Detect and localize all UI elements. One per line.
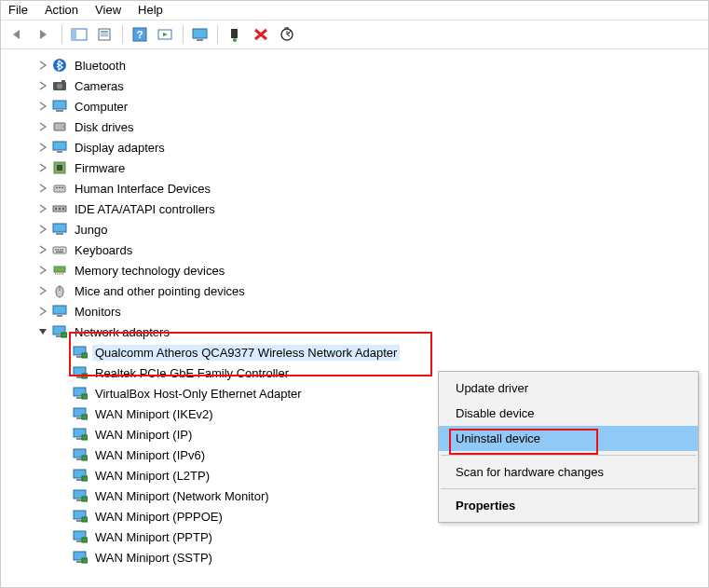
svg-rect-44 [55,272,56,275]
menu-view[interactable]: View [95,3,121,17]
category-jungo[interactable]: Jungo [7,219,708,239]
hid-icon [51,181,68,196]
expand-icon[interactable] [36,264,49,277]
tree-item-label: WAN Miniport (PPPOE) [92,509,225,525]
svg-rect-35 [53,224,66,232]
category-monitors[interactable]: Monitors [7,301,708,321]
category-firmware[interactable]: Firmware [7,157,708,178]
expand-icon[interactable] [36,202,49,215]
category-disk-drives[interactable]: Disk drives [7,116,708,137]
svg-rect-70 [82,435,88,440]
context-update-driver[interactable]: Update driver [439,376,698,401]
expander-spacer [57,387,70,400]
expander-spacer [57,448,70,461]
expander-spacer [57,489,70,502]
svg-rect-51 [53,306,66,314]
properties-button[interactable] [93,23,117,46]
show-hide-tree-button[interactable] [67,23,91,46]
back-arrow-icon [10,28,27,41]
context-properties[interactable]: Properties [439,493,698,518]
tree-item-label: Computer [72,99,130,115]
context-scan-hardware[interactable]: Scan for hardware changes [439,459,698,485]
device-item[interactable]: Qualcomm Atheros QCA9377 Wireless Networ… [7,342,708,362]
toolbar-separator [217,25,218,44]
bluetooth-icon [51,58,68,73]
context-uninstall-device[interactable]: Uninstall device [439,426,698,451]
device-item[interactable]: WAN Miniport (PPTP) [7,526,708,547]
context-separator [441,455,696,456]
svg-rect-28 [56,187,58,188]
category-computer[interactable]: Computer [7,96,708,116]
expand-icon[interactable] [36,141,49,154]
svg-rect-10 [197,39,203,41]
context-separator [441,488,696,489]
install-legacy-button[interactable] [223,23,247,46]
collapse-icon[interactable] [36,325,49,338]
svg-point-17 [57,84,62,89]
monitor-button[interactable] [188,23,212,46]
tree-item-label: Monitors [72,304,124,320]
tree-item-label: Firmware [72,160,128,176]
svg-rect-52 [57,315,62,317]
expand-icon[interactable] [36,223,49,236]
back-button[interactable] [7,23,31,46]
tree-item-label: Qualcomm Atheros QCA9377 Wireless Networ… [92,345,400,361]
network-icon [51,324,68,339]
expand-icon[interactable] [36,100,49,113]
tree-item-label: Mice and other pointing devices [72,283,248,299]
category-display-adapters[interactable]: Display adapters [7,137,708,157]
menu-action[interactable]: Action [45,3,78,17]
category-cameras[interactable]: Cameras [7,75,708,96]
tree-item-label: Display adapters [72,140,168,156]
context-disable-device[interactable]: Disable device [439,401,698,426]
svg-rect-38 [55,249,57,251]
svg-rect-11 [231,29,238,38]
svg-point-22 [62,126,64,128]
svg-rect-20 [56,110,63,112]
uninstall-button[interactable] [249,23,273,46]
device-item[interactable]: WAN Miniport (SSTP) [7,547,708,567]
svg-rect-61 [82,374,88,378]
expand-icon[interactable] [36,161,49,174]
svg-rect-82 [82,517,88,522]
category-keyboards[interactable]: Keyboards [7,239,708,260]
expand-icon[interactable] [36,120,49,133]
network-icon [72,406,89,421]
expand-icon[interactable] [36,284,49,297]
expand-icon[interactable] [36,243,49,256]
svg-rect-43 [54,267,65,272]
category-ide-ata-atapi-controllers[interactable]: IDE ATA/ATAPI controllers [7,198,708,219]
expander-spacer [57,469,70,482]
display-icon [51,140,68,155]
expand-icon[interactable] [36,79,49,92]
svg-rect-40 [60,249,61,251]
expand-icon[interactable] [36,305,49,318]
svg-rect-36 [56,233,63,235]
svg-rect-85 [82,538,88,542]
category-memory-technology-devices[interactable]: Memory technology devices [7,260,708,280]
svg-point-12 [233,38,237,42]
computer-icon [51,222,68,237]
action-button[interactable] [154,23,178,46]
expand-icon[interactable] [36,59,49,72]
help-button[interactable]: ? [128,23,152,46]
svg-rect-46 [59,272,60,275]
network-icon [72,427,89,442]
tree-item-label: WAN Miniport (IKEv2) [92,406,216,422]
category-bluetooth[interactable]: Bluetooth [7,55,708,75]
svg-rect-5 [101,35,108,36]
category-network-adapters[interactable]: Network adapters [7,321,708,342]
menu-file[interactable]: File [8,3,28,17]
category-mice-and-other-pointing-devices[interactable]: Mice and other pointing devices [7,280,708,301]
menubar: File Action View Help [1,1,708,21]
scan-button[interactable] [275,23,299,46]
toolbar-separator [61,25,62,44]
svg-rect-3 [101,31,108,33]
tree-item-label: VirtualBox Host-Only Ethernet Adapter [92,386,305,402]
expand-icon[interactable] [36,182,49,195]
forward-button[interactable] [33,23,57,46]
menu-help[interactable]: Help [138,3,163,17]
install-icon [226,27,243,42]
category-human-interface-devices[interactable]: Human Interface Devices [7,178,708,198]
svg-rect-9 [193,29,207,38]
